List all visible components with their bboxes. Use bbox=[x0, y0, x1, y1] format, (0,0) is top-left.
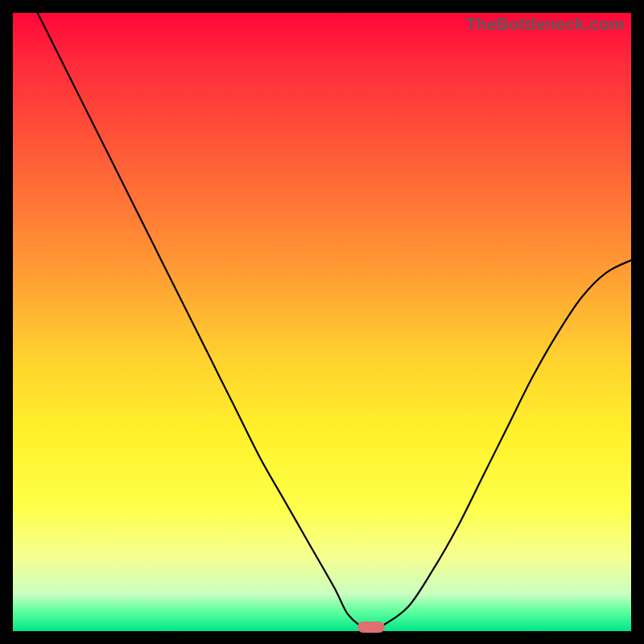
bottleneck-curve bbox=[13, 13, 631, 631]
plot-area: TheBottleneck.com bbox=[13, 13, 631, 631]
curve-path bbox=[38, 13, 631, 631]
optimal-point-marker bbox=[357, 621, 385, 633]
chart-frame: TheBottleneck.com bbox=[0, 0, 644, 644]
